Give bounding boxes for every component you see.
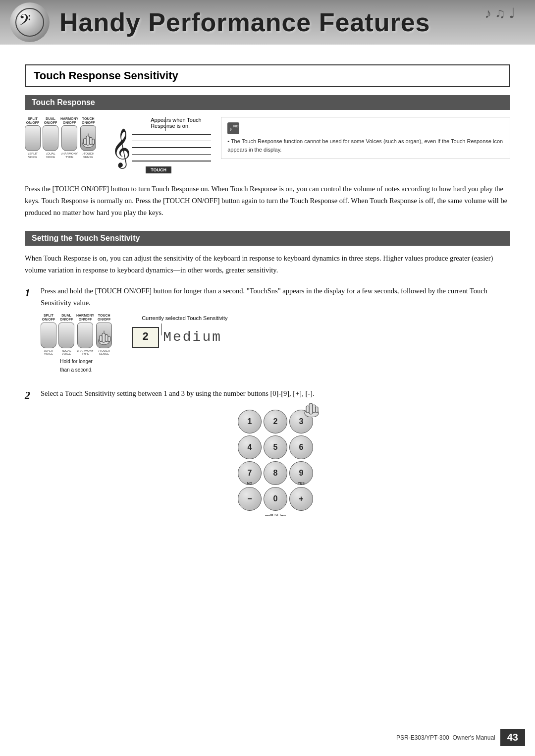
note-text: • The Touch Response function cannot be … <box>227 137 504 154</box>
page-header: 𝄢 Handy Performance Features ♪ ♫ ♩ <box>0 0 535 45</box>
numpad-container: 1 2 3 <box>41 410 510 511</box>
numpad-row-2: 4 5 6 <box>238 435 313 459</box>
step1-harmony-top: HARMONYON/OFF <box>76 314 94 321</box>
step-2-text: Select a Touch Sensitivity setting betwe… <box>41 388 510 400</box>
step-2: 2 Select a Touch Sensitivity setting bet… <box>25 388 510 521</box>
touch-response-body: Press the [TOUCH ON/OFF] button to turn … <box>25 183 510 219</box>
touch-label-top: TOUCHON/OFF <box>82 117 95 124</box>
lcd-arrow <box>161 324 162 335</box>
touch-label-bottom: ♪TOUCHSENSE <box>82 152 94 159</box>
buttons-row: SPLITON/OFF ♪SPLITVOICE DUALON/OFF ♪DUAL… <box>25 117 96 159</box>
svg-text:♪: ♪ <box>229 126 232 132</box>
staff-lines <box>132 134 211 162</box>
arrow-to-staff <box>165 117 166 131</box>
svg-text:𝄢: 𝄢 <box>19 11 31 32</box>
staff-line-5 <box>132 161 211 162</box>
step1-dual-shape <box>58 323 74 348</box>
yes-label: YES <box>298 481 305 486</box>
buttons-illustration: SPLITON/OFF ♪SPLITVOICE DUALON/OFF ♪DUAL… <box>25 117 96 159</box>
step-1-number: 1 <box>25 286 36 299</box>
svg-rect-20 <box>306 406 309 413</box>
appears-label: Appears when TouchResponse is on. <box>151 117 202 129</box>
step1-buttons-row: SPLITON/OFF ♪SPLITVOICE DUALON/OFF ♪DUAL… <box>41 314 112 356</box>
touch-display-badge: TOUCH <box>146 166 171 173</box>
numpad: 1 2 3 <box>238 410 313 511</box>
harmony-label-bottom: ♪HARMONYTYPE <box>61 152 78 159</box>
numpad-btn-5: 5 <box>264 435 287 459</box>
svg-rect-3 <box>86 136 89 146</box>
split-label-bottom: ♪SPLITVOICE <box>28 152 38 159</box>
split-btn-shape <box>25 125 41 151</box>
numpad-row-1: 1 2 3 <box>238 410 313 433</box>
setting-body: When Touch Response is on, you can adjus… <box>25 253 510 276</box>
note-callout: ♪ NOTE • The Touch Response function can… <box>221 117 510 159</box>
svg-rect-6 <box>92 139 95 145</box>
harmony-button-group: HARMONYON/OFF ♪HARMONYTYPE <box>60 117 78 159</box>
step-1-text: Press and hold the [TOUCH ON/OFF] button… <box>41 285 510 309</box>
step1-dual-top: DUALON/OFF <box>60 314 73 321</box>
staff-line-3 <box>132 147 211 148</box>
svg-rect-15 <box>108 336 110 341</box>
numpad-btn-8: 8 <box>264 461 287 485</box>
dual-btn-shape <box>43 125 58 151</box>
note-callout-header: ♪ NOTE <box>227 122 504 134</box>
footer-model: PSR-E303/YPT-300 Owner's Manual <box>396 734 495 741</box>
step1-buttons: SPLITON/OFF ♪SPLITVOICE DUALON/OFF ♪DUAL… <box>41 314 112 374</box>
numpad-btn-2: 2 <box>264 410 287 433</box>
harmony-btn-shape <box>61 125 77 151</box>
touch-button-group: TOUCHON/OFF ♪TOUCHSENSE <box>80 117 96 159</box>
numpad-row-4: − NO 0 ----RESET---- + YES <box>238 487 313 511</box>
step-1: 1 Press and hold the [TOUCH ON/OFF] butt… <box>25 285 510 381</box>
staff-area: 𝄞 <box>111 131 211 164</box>
lcd-display: 2 Medium <box>132 326 222 349</box>
touch-btn-shape <box>80 125 96 151</box>
svg-text:NOTE: NOTE <box>233 124 239 128</box>
harmony-label-top: HARMONYON/OFF <box>60 117 78 124</box>
section-title: Touch Response Sensitivity <box>25 64 510 87</box>
treble-clef: 𝄞 <box>111 131 131 164</box>
step1-split-shape <box>41 323 56 348</box>
step1-harmony-btm: ♪HARMONYTYPE <box>77 349 94 356</box>
step1-harmony-shape <box>77 323 93 348</box>
music-notes-decoration: ♪ ♫ ♩ <box>484 5 515 21</box>
touch-response-content: SPLITON/OFF ♪SPLITVOICE DUALON/OFF ♪DUAL… <box>25 117 510 173</box>
no-label: NO <box>247 481 253 486</box>
setting-section: Setting the Touch Sensitivity When Touch… <box>25 231 510 521</box>
step1-split-btm: ♪SPLITVOICE <box>44 349 54 356</box>
numpad-btn-4: 4 <box>238 435 262 459</box>
numpad-btn-minus: − NO <box>238 487 262 511</box>
reset-label: ----RESET---- <box>265 512 286 518</box>
step1-touch-top: TOUCHON/OFF <box>98 314 110 321</box>
staff-line-2 <box>132 141 211 142</box>
step1-split-top: SPLITON/OFF <box>42 314 55 321</box>
staff-line-4 <box>132 154 211 155</box>
step1-touch-btm: ♪TOUCHSENSE <box>98 349 110 356</box>
subsection-touch-response: Touch Response <box>25 95 510 110</box>
step-1-content: Press and hold the [TOUCH ON/OFF] button… <box>41 285 510 381</box>
lcd-area: Currently selected Touch Sensitivity 2 M… <box>132 314 227 348</box>
note-icon: ♪ NOTE <box>227 122 239 134</box>
subsection-setting-touch: Setting the Touch Sensitivity <box>25 231 510 246</box>
page-number: 43 <box>500 729 525 746</box>
lcd-value: 2 <box>132 327 159 348</box>
svg-rect-12 <box>102 333 105 342</box>
step-2-content: Select a Touch Sensitivity setting betwe… <box>41 388 510 521</box>
step1-dual-btm: ♪DUALVOICE <box>61 349 71 356</box>
step1-harmony: HARMONYON/OFF ♪HARMONYTYPE <box>76 314 94 356</box>
numpad-btn-0: 0 ----RESET---- <box>264 487 287 511</box>
svg-rect-18 <box>309 403 313 414</box>
step1-touch: TOUCHON/OFF <box>96 314 112 356</box>
page-footer: PSR-E303/YPT-300 Owner's Manual 43 <box>0 729 535 746</box>
numpad-btn-plus: + YES <box>289 487 313 511</box>
step1-dual: DUALON/OFF ♪DUALVOICE <box>58 314 74 356</box>
header-title: Handy Performance Features <box>59 7 430 37</box>
staff-display: Appears when TouchResponse is on. 𝄞 <box>111 117 211 173</box>
split-button-group: SPLITON/OFF ♪SPLITVOICE <box>25 117 41 159</box>
dual-label-top: DUALON/OFF <box>44 117 57 124</box>
svg-rect-13 <box>106 334 108 341</box>
svg-rect-19 <box>313 405 316 413</box>
split-label-top: SPLITON/OFF <box>26 117 39 124</box>
svg-rect-14 <box>100 335 103 342</box>
numpad-btn-3: 3 <box>289 410 313 433</box>
currently-selected-label: Currently selected Touch Sensitivity <box>142 314 227 323</box>
